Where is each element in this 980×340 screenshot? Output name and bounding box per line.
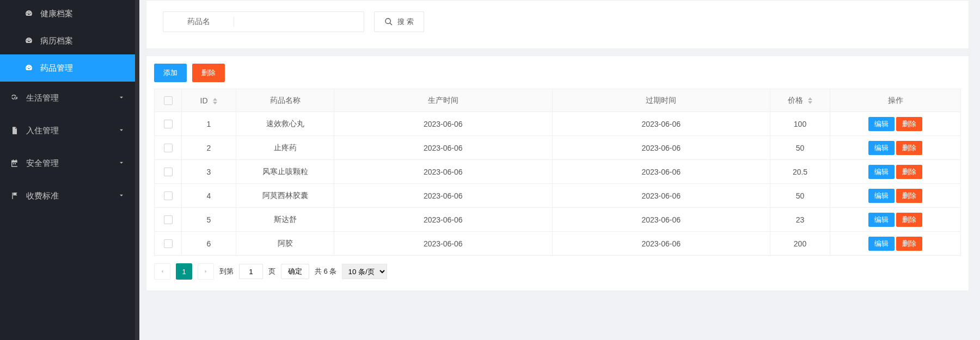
search-icon xyxy=(384,17,393,26)
table-row: 6阿胶2023-06-062023-06-06200编辑 删除 xyxy=(155,232,961,256)
cell-produce: 2023-06-06 xyxy=(334,208,553,232)
row-checkbox[interactable] xyxy=(164,191,173,200)
row-edit-button[interactable]: 编辑 xyxy=(868,189,895,203)
cell-expire: 2023-06-06 xyxy=(552,160,770,184)
select-all-checkbox[interactable] xyxy=(164,96,173,105)
cell-id: 4 xyxy=(182,184,236,208)
cell-name: 阿胶 xyxy=(236,232,334,256)
sidebar-item-label: 健康档案 xyxy=(40,9,73,19)
table-row: 3风寒止咳颗粒2023-06-062023-06-0620.5编辑 删除 xyxy=(155,160,961,184)
pager-page-1[interactable]: 1 xyxy=(176,263,192,280)
row-checkbox[interactable] xyxy=(164,168,173,176)
table-row: 4阿莫西林胶囊2023-06-062023-06-0650编辑 删除 xyxy=(155,184,961,208)
pager-total: 共 6 条 xyxy=(315,267,336,276)
cell-price: 200 xyxy=(770,232,830,256)
row-edit-button[interactable]: 编辑 xyxy=(868,165,895,179)
pager-goto-input[interactable] xyxy=(239,264,263,279)
sidebar-item-label: 入住管理 xyxy=(26,126,59,136)
sidebar-item-life-mgmt[interactable]: 生活管理 xyxy=(0,82,135,114)
sidebar-item-checkin-mgmt[interactable]: 入住管理 xyxy=(0,114,135,147)
search-button[interactable]: 搜 索 xyxy=(374,11,424,32)
cell-name: 斯达舒 xyxy=(236,208,334,232)
sidebar-item-label: 药品管理 xyxy=(40,63,73,73)
pager-confirm-button[interactable]: 确定 xyxy=(281,264,309,279)
row-delete-button[interactable]: 删除 xyxy=(896,213,922,227)
row-delete-button[interactable]: 删除 xyxy=(896,189,922,203)
chevron-right-icon xyxy=(203,268,209,275)
row-checkbox[interactable] xyxy=(164,215,173,224)
cell-produce: 2023-06-06 xyxy=(334,184,553,208)
row-delete-button[interactable]: 删除 xyxy=(896,165,922,179)
cell-expire: 2023-06-06 xyxy=(552,184,770,208)
pagination: 1 到第 页 确定 共 6 条 10 条/页 xyxy=(154,263,961,280)
search-input-label: 药品名 xyxy=(163,17,234,27)
dashboard-icon xyxy=(24,63,34,73)
cell-produce: 2023-06-06 xyxy=(334,160,553,184)
sidebar-item-medicine-mgmt[interactable]: 药品管理 xyxy=(0,54,135,82)
row-checkbox[interactable] xyxy=(164,239,173,248)
search-button-label: 搜 索 xyxy=(397,17,414,27)
sidebar-item-health-records[interactable]: 健康档案 xyxy=(0,0,135,27)
sidebar-item-label: 安全管理 xyxy=(26,158,59,169)
gears-icon xyxy=(10,93,20,103)
sidebar-item-label: 病历档案 xyxy=(40,36,73,46)
row-delete-button[interactable]: 删除 xyxy=(896,141,922,155)
sort-price[interactable] xyxy=(808,97,812,104)
row-edit-button[interactable]: 编辑 xyxy=(868,213,895,227)
cell-id: 5 xyxy=(182,208,236,232)
pager-prev[interactable] xyxy=(154,263,170,280)
pager-goto-prefix: 到第 xyxy=(219,267,234,276)
add-button[interactable]: 添加 xyxy=(154,64,187,82)
col-name: 药品名称 xyxy=(270,96,301,104)
cell-name: 速效救心丸 xyxy=(236,112,334,136)
cell-expire: 2023-06-06 xyxy=(552,112,770,136)
cell-produce: 2023-06-06 xyxy=(334,112,553,136)
pager-size-select[interactable]: 10 条/页 xyxy=(342,264,387,279)
cell-expire: 2023-06-06 xyxy=(552,232,770,256)
pager-next[interactable] xyxy=(198,263,214,280)
col-expire: 过期时间 xyxy=(646,96,676,104)
row-edit-button[interactable]: 编辑 xyxy=(868,237,895,251)
row-delete-button[interactable]: 删除 xyxy=(896,237,922,251)
cell-produce: 2023-06-06 xyxy=(334,136,553,160)
cell-id: 3 xyxy=(182,160,236,184)
dashboard-icon xyxy=(24,9,34,18)
cell-id: 2 xyxy=(182,136,236,160)
sidebar-item-fee-standard[interactable]: 收费标准 xyxy=(0,180,135,212)
dashboard-icon xyxy=(24,36,34,46)
chevron-down-icon xyxy=(118,159,125,168)
cell-id: 1 xyxy=(182,112,236,136)
sort-id[interactable] xyxy=(213,98,217,104)
cell-produce: 2023-06-06 xyxy=(334,232,553,256)
chevron-down-icon xyxy=(118,94,125,103)
cell-expire: 2023-06-06 xyxy=(552,208,770,232)
col-ops: 操作 xyxy=(888,96,903,104)
row-checkbox[interactable] xyxy=(164,144,173,152)
table-panel: 添加 删除 ID 药品名称 生产时间 过期时间 价格 xyxy=(146,55,969,291)
row-edit-button[interactable]: 编辑 xyxy=(868,141,895,155)
sidebar-item-label: 收费标准 xyxy=(26,191,59,201)
medicine-name-input[interactable] xyxy=(234,12,364,32)
cell-price: 100 xyxy=(770,112,830,136)
sidebar-item-label: 生活管理 xyxy=(26,93,59,103)
row-checkbox[interactable] xyxy=(164,120,173,128)
cell-price: 50 xyxy=(770,184,830,208)
delete-button[interactable]: 删除 xyxy=(192,64,225,82)
calendar-icon xyxy=(10,158,20,168)
sidebar-item-security-mgmt[interactable]: 安全管理 xyxy=(0,147,135,180)
col-price: 价格 xyxy=(788,96,803,104)
cell-name: 风寒止咳颗粒 xyxy=(236,160,334,184)
sidebar-item-medical-records[interactable]: 病历档案 xyxy=(0,27,135,54)
medicine-table: ID 药品名称 生产时间 过期时间 价格 操作 1速效救心丸2023-06-06… xyxy=(154,89,961,256)
chevron-down-icon xyxy=(118,126,125,135)
row-edit-button[interactable]: 编辑 xyxy=(868,117,895,131)
cell-price: 20.5 xyxy=(770,160,830,184)
table-row: 5斯达舒2023-06-062023-06-0623编辑 删除 xyxy=(155,208,961,232)
search-input-group: 药品名 xyxy=(163,11,364,32)
main-content: 药品名 搜 索 添加 删除 ID xyxy=(135,0,980,340)
document-icon xyxy=(10,126,20,135)
row-delete-button[interactable]: 删除 xyxy=(896,117,922,131)
cell-name: 阿莫西林胶囊 xyxy=(236,184,334,208)
pager-goto-suffix: 页 xyxy=(268,267,275,276)
cell-price: 50 xyxy=(770,136,830,160)
